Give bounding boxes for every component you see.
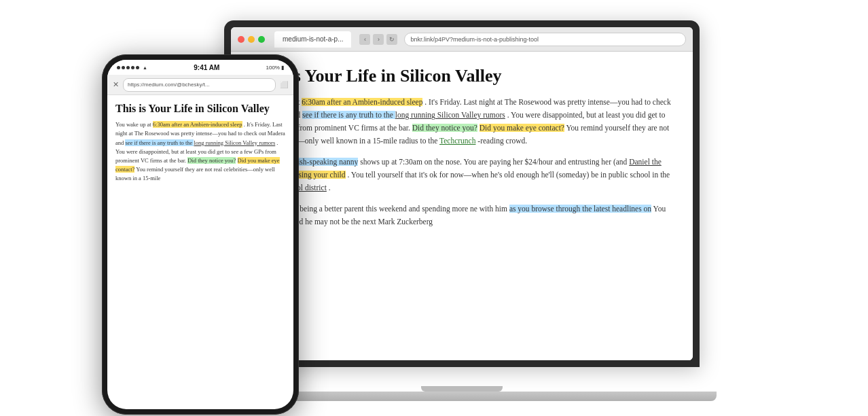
article-title: This is Your Life in Silicon Valley bbox=[251, 65, 672, 86]
signal-dot-1 bbox=[117, 66, 120, 69]
phone-highlight-notice: Did they notice you? bbox=[187, 157, 236, 164]
signal-strength: ▲ bbox=[117, 65, 147, 70]
phone-share-button[interactable]: ⬜ bbox=[280, 81, 288, 88]
browser-bar: medium-is-not-a-p... ‹ › ↻ bnkr.link/p4P… bbox=[231, 27, 693, 52]
phone-body: ▲ 9:41 AM 100% ▮ ✕ https://medium.com/@b… bbox=[102, 54, 299, 415]
highlight-browse-headlines: as you browse through the latest headlin… bbox=[509, 205, 651, 213]
phone-p1-end: You remind yourself they are not real ce… bbox=[115, 166, 275, 181]
phone-url-bar[interactable]: https://medium.com/@bchesky/t... bbox=[123, 78, 276, 92]
battery-icon: ▮ bbox=[281, 65, 284, 71]
article-paragraph-1: You wake up at 6:30am after an Ambien-in… bbox=[251, 96, 672, 148]
phone-url-text: https://medium.com/@bchesky/t... bbox=[128, 82, 210, 88]
phone-paragraph-1: You wake up at 6:30am after an Ambien-in… bbox=[115, 120, 285, 183]
traffic-lights bbox=[238, 36, 265, 43]
signal-dot-5 bbox=[136, 66, 139, 69]
phone-browser-bar: ✕ https://medium.com/@bchesky/t... ⬜ bbox=[107, 75, 293, 95]
phone-link-sv-rumors[interactable]: long running Silicon Valley rumors bbox=[194, 139, 275, 146]
phone-content: This is Your Life in Silicon Valley You … bbox=[107, 95, 293, 409]
wifi-icon: ▲ bbox=[143, 65, 147, 70]
back-button[interactable]: ‹ bbox=[359, 34, 370, 45]
p2-text-end: . bbox=[329, 184, 331, 192]
article-body: You wake up at 6:30am after an Ambien-in… bbox=[251, 96, 672, 228]
url-text: bnkr.link/p4PV?medium-is-not-a-publishin… bbox=[410, 36, 539, 43]
phone-screen: ▲ 9:41 AM 100% ▮ ✕ https://medium.com/@b… bbox=[107, 60, 293, 409]
signal-dot-3 bbox=[126, 66, 130, 69]
phone-highlight-see-if: see if there is any truth to the bbox=[125, 139, 194, 146]
close-icon[interactable] bbox=[238, 36, 245, 43]
phone-article-title: This is Your Life in Silicon Valley bbox=[115, 102, 285, 115]
phone-p1-before: You wake up at bbox=[115, 121, 153, 128]
highlight-did-they-notice: Did they notice you? bbox=[412, 124, 477, 132]
link-techcrunch[interactable]: Techcrunch bbox=[439, 137, 475, 145]
refresh-button[interactable]: ↻ bbox=[386, 34, 397, 45]
status-time: 9:41 AM bbox=[194, 64, 219, 71]
p3-text-mid: ne with him bbox=[470, 205, 509, 213]
highlight-eye-contact: Did you make eye contact? bbox=[480, 124, 564, 132]
battery-status: 100% ▮ bbox=[266, 65, 284, 71]
phone-highlight-ambien: 6:30am after an Ambien-induced sleep bbox=[153, 121, 242, 128]
link-silicon-valley-rumors[interactable]: long running Silicon Valley rumors bbox=[395, 111, 505, 119]
signal-dot-4 bbox=[131, 66, 134, 69]
phone-article-body: You wake up at 6:30am after an Ambien-in… bbox=[115, 120, 285, 183]
forward-button[interactable]: › bbox=[373, 34, 384, 45]
signal-dot-2 bbox=[122, 66, 125, 69]
fullscreen-icon[interactable] bbox=[258, 36, 265, 43]
article-paragraph-2: Your non-English-speaking nanny shows up… bbox=[251, 156, 672, 194]
laptop-screen: medium-is-not-a-p... ‹ › ↻ bnkr.link/p4P… bbox=[231, 27, 693, 360]
browser-nav: ‹ › ↻ bbox=[359, 34, 397, 45]
p2-text-mid: shows up at 7:30am on the nose. You are … bbox=[360, 158, 629, 166]
battery-percent: 100% bbox=[266, 65, 280, 71]
p1-text-final: -reading crowd. bbox=[477, 137, 527, 145]
article-paragraph-3: You commit to being a better parent this… bbox=[251, 203, 672, 228]
minimize-icon[interactable] bbox=[248, 36, 255, 43]
laptop-notch bbox=[421, 386, 503, 392]
browser-content: This is Your Life in Silicon Valley You … bbox=[231, 52, 693, 360]
highlight-see-if-there: see if there is any truth to the bbox=[302, 111, 395, 119]
browser-tab[interactable]: medium-is-not-a-p... bbox=[274, 31, 351, 48]
highlight-ambien: 6:30am after an Ambien-induced sleep bbox=[302, 98, 422, 106]
phone-status-bar: ▲ 9:41 AM 100% ▮ bbox=[107, 60, 293, 75]
phone-close-button[interactable]: ✕ bbox=[113, 80, 119, 89]
address-bar[interactable]: bnkr.link/p4PV?medium-is-not-a-publishin… bbox=[404, 33, 686, 46]
p2-text-after: . You tell yourself that it's ok for now… bbox=[347, 171, 670, 179]
phone: ▲ 9:41 AM 100% ▮ ✕ https://medium.com/@b… bbox=[102, 54, 299, 415]
tab-label: medium-is-not-a-p... bbox=[283, 35, 343, 43]
